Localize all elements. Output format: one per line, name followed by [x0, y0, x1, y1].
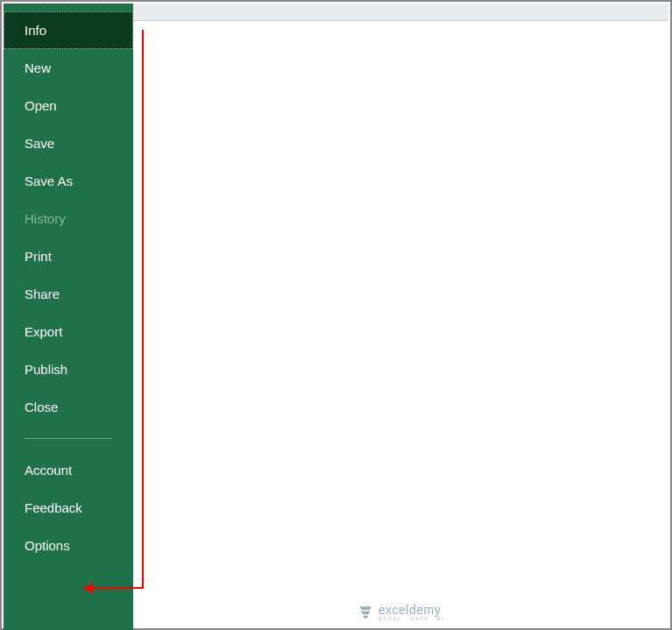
watermark-tagline: EXCEL · DATA · BI — [378, 616, 444, 621]
menu-item-label: History — [25, 211, 66, 226]
menu-item-feedback[interactable]: Feedback — [4, 489, 133, 527]
menu-item-label: Options — [25, 538, 70, 553]
exceldemy-icon — [357, 605, 373, 620]
backstage-content: exceldemy EXCEL · DATA · BI — [133, 21, 668, 626]
menu-divider — [25, 438, 112, 439]
annotation-arrow-head — [82, 583, 93, 593]
menu-item-label: Info — [25, 23, 46, 38]
watermark-name: exceldemy — [378, 604, 444, 616]
menu-item-label: Publish — [25, 362, 67, 377]
menu-item-info[interactable]: Info — [4, 11, 133, 49]
menu-item-label: New — [25, 60, 51, 75]
menu-item-share[interactable]: Share — [4, 275, 133, 313]
watermark-logo: exceldemy EXCEL · DATA · BI — [357, 604, 444, 621]
annotation-arrow-vertical — [142, 30, 144, 589]
app-window: Info New Open Save Save As History Print… — [0, 0, 672, 630]
menu-item-save-as[interactable]: Save As — [4, 162, 133, 200]
watermark-text: exceldemy EXCEL · DATA · BI — [378, 604, 444, 621]
menu-item-account[interactable]: Account — [4, 451, 133, 489]
backstage-sidebar: Info New Open Save Save As History Print… — [4, 4, 133, 630]
menu-item-publish[interactable]: Publish — [4, 350, 133, 388]
menu-item-label: Save As — [25, 173, 73, 188]
menu-item-history: History — [4, 200, 133, 237]
menu-item-label: Close — [25, 400, 58, 414]
annotation-arrow-horizontal — [91, 587, 144, 589]
title-bar — [133, 4, 668, 21]
menu-item-open[interactable]: Open — [4, 87, 133, 124]
menu-item-label: Share — [25, 287, 60, 301]
menu-item-options[interactable]: Options — [4, 527, 133, 564]
menu-item-label: Print — [25, 249, 52, 264]
menu-item-label: Open — [25, 98, 57, 113]
menu-item-save[interactable]: Save — [4, 124, 133, 162]
menu-item-new[interactable]: New — [4, 49, 133, 87]
menu-item-label: Export — [25, 324, 62, 339]
menu-item-label: Save — [25, 136, 54, 151]
menu-item-label: Feedback — [25, 500, 82, 515]
backstage-menu: Info New Open Save Save As History Print… — [4, 4, 133, 564]
menu-item-close[interactable]: Close — [4, 388, 133, 426]
menu-item-export[interactable]: Export — [4, 313, 133, 350]
menu-item-print[interactable]: Print — [4, 237, 133, 275]
menu-item-label: Account — [25, 463, 72, 478]
